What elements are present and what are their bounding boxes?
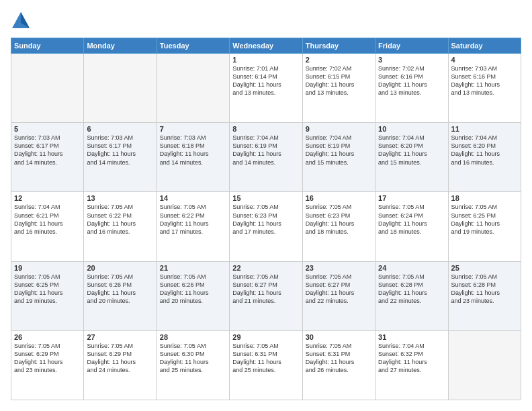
calendar-cell: 11Sunrise: 7:04 AM Sunset: 6:20 PM Dayli… xyxy=(448,123,521,192)
calendar-table: SundayMondayTuesdayWednesdayThursdayFrid… xyxy=(11,38,521,400)
weekday-header: Wednesday xyxy=(230,38,302,54)
day-number: 21 xyxy=(160,264,226,272)
calendar-cell: 2Sunrise: 7:02 AM Sunset: 6:15 PM Daylig… xyxy=(302,54,375,123)
calendar-week-row: 1Sunrise: 7:01 AM Sunset: 6:14 PM Daylig… xyxy=(11,54,521,123)
day-number: 12 xyxy=(14,194,81,202)
calendar-week-row: 5Sunrise: 7:03 AM Sunset: 6:17 PM Daylig… xyxy=(11,123,521,192)
calendar-cell: 13Sunrise: 7:05 AM Sunset: 6:22 PM Dayli… xyxy=(84,192,157,261)
day-info: Sunrise: 7:02 AM Sunset: 6:15 PM Dayligh… xyxy=(306,64,372,97)
day-number: 22 xyxy=(232,264,299,272)
calendar-cell: 3Sunrise: 7:02 AM Sunset: 6:16 PM Daylig… xyxy=(375,54,448,123)
calendar-cell: 1Sunrise: 7:01 AM Sunset: 6:14 PM Daylig… xyxy=(230,54,302,123)
day-info: Sunrise: 7:05 AM Sunset: 6:25 PM Dayligh… xyxy=(14,273,81,306)
day-number: 5 xyxy=(14,125,81,133)
calendar-cell xyxy=(157,54,229,123)
calendar-cell: 4Sunrise: 7:03 AM Sunset: 6:16 PM Daylig… xyxy=(448,54,521,123)
calendar-cell: 6Sunrise: 7:03 AM Sunset: 6:17 PM Daylig… xyxy=(84,123,157,192)
day-info: Sunrise: 7:05 AM Sunset: 6:29 PM Dayligh… xyxy=(87,342,153,375)
day-info: Sunrise: 7:04 AM Sunset: 6:32 PM Dayligh… xyxy=(378,342,445,375)
day-number: 23 xyxy=(306,264,372,272)
calendar-cell: 10Sunrise: 7:04 AM Sunset: 6:20 PM Dayli… xyxy=(375,123,448,192)
day-info: Sunrise: 7:03 AM Sunset: 6:16 PM Dayligh… xyxy=(451,64,518,97)
day-info: Sunrise: 7:05 AM Sunset: 6:27 PM Dayligh… xyxy=(232,273,299,306)
day-info: Sunrise: 7:05 AM Sunset: 6:28 PM Dayligh… xyxy=(378,273,445,306)
day-info: Sunrise: 7:04 AM Sunset: 6:20 PM Dayligh… xyxy=(451,134,518,167)
day-number: 17 xyxy=(378,194,445,202)
weekday-header: Monday xyxy=(84,38,157,54)
calendar-cell: 7Sunrise: 7:03 AM Sunset: 6:18 PM Daylig… xyxy=(157,123,229,192)
weekday-header: Friday xyxy=(375,38,448,54)
day-info: Sunrise: 7:05 AM Sunset: 6:28 PM Dayligh… xyxy=(451,273,518,306)
calendar-week-row: 12Sunrise: 7:04 AM Sunset: 6:21 PM Dayli… xyxy=(11,192,521,261)
day-number: 29 xyxy=(232,333,299,341)
calendar-cell: 22Sunrise: 7:05 AM Sunset: 6:27 PM Dayli… xyxy=(230,261,302,330)
day-info: Sunrise: 7:04 AM Sunset: 6:19 PM Dayligh… xyxy=(232,134,299,167)
day-number: 9 xyxy=(306,125,372,133)
calendar-cell xyxy=(84,54,157,123)
day-number: 15 xyxy=(232,194,299,202)
day-info: Sunrise: 7:05 AM Sunset: 6:26 PM Dayligh… xyxy=(87,273,153,306)
day-number: 4 xyxy=(451,56,518,64)
calendar-cell: 21Sunrise: 7:05 AM Sunset: 6:26 PM Dayli… xyxy=(157,261,229,330)
day-info: Sunrise: 7:05 AM Sunset: 6:22 PM Dayligh… xyxy=(87,203,153,236)
calendar-cell: 25Sunrise: 7:05 AM Sunset: 6:28 PM Dayli… xyxy=(448,261,521,330)
calendar-cell: 26Sunrise: 7:05 AM Sunset: 6:29 PM Dayli… xyxy=(11,330,84,400)
calendar-cell xyxy=(11,54,84,123)
calendar-cell: 8Sunrise: 7:04 AM Sunset: 6:19 PM Daylig… xyxy=(230,123,302,192)
weekday-header: Sunday xyxy=(11,38,84,54)
day-info: Sunrise: 7:04 AM Sunset: 6:19 PM Dayligh… xyxy=(306,134,372,167)
calendar-cell xyxy=(448,330,521,400)
header xyxy=(11,11,521,31)
day-number: 6 xyxy=(87,125,153,133)
day-number: 20 xyxy=(87,264,153,272)
calendar-week-row: 19Sunrise: 7:05 AM Sunset: 6:25 PM Dayli… xyxy=(11,261,521,330)
day-info: Sunrise: 7:05 AM Sunset: 6:25 PM Dayligh… xyxy=(451,203,518,236)
day-number: 24 xyxy=(378,264,445,272)
calendar-cell: 16Sunrise: 7:05 AM Sunset: 6:23 PM Dayli… xyxy=(302,192,375,261)
calendar-week-row: 26Sunrise: 7:05 AM Sunset: 6:29 PM Dayli… xyxy=(11,330,521,400)
day-number: 8 xyxy=(232,125,299,133)
day-info: Sunrise: 7:05 AM Sunset: 6:30 PM Dayligh… xyxy=(160,342,226,375)
day-number: 18 xyxy=(451,194,518,202)
day-info: Sunrise: 7:05 AM Sunset: 6:31 PM Dayligh… xyxy=(232,342,299,375)
calendar-cell: 31Sunrise: 7:04 AM Sunset: 6:32 PM Dayli… xyxy=(375,330,448,400)
day-info: Sunrise: 7:04 AM Sunset: 6:20 PM Dayligh… xyxy=(378,134,445,167)
calendar-cell: 20Sunrise: 7:05 AM Sunset: 6:26 PM Dayli… xyxy=(84,261,157,330)
day-number: 14 xyxy=(160,194,226,202)
calendar-cell: 27Sunrise: 7:05 AM Sunset: 6:29 PM Dayli… xyxy=(84,330,157,400)
day-info: Sunrise: 7:05 AM Sunset: 6:27 PM Dayligh… xyxy=(306,273,372,306)
day-info: Sunrise: 7:05 AM Sunset: 6:22 PM Dayligh… xyxy=(160,203,226,236)
weekday-header: Thursday xyxy=(302,38,375,54)
day-number: 3 xyxy=(378,56,445,64)
calendar-cell: 17Sunrise: 7:05 AM Sunset: 6:24 PM Dayli… xyxy=(375,192,448,261)
calendar-cell: 5Sunrise: 7:03 AM Sunset: 6:17 PM Daylig… xyxy=(11,123,84,192)
weekday-header: Tuesday xyxy=(157,38,229,54)
day-number: 10 xyxy=(378,125,445,133)
day-info: Sunrise: 7:05 AM Sunset: 6:23 PM Dayligh… xyxy=(306,203,372,236)
calendar-cell: 30Sunrise: 7:05 AM Sunset: 6:31 PM Dayli… xyxy=(302,330,375,400)
calendar-cell: 29Sunrise: 7:05 AM Sunset: 6:31 PM Dayli… xyxy=(230,330,302,400)
day-info: Sunrise: 7:03 AM Sunset: 6:17 PM Dayligh… xyxy=(87,134,153,167)
day-number: 16 xyxy=(306,194,372,202)
day-info: Sunrise: 7:02 AM Sunset: 6:16 PM Dayligh… xyxy=(378,64,445,97)
day-info: Sunrise: 7:05 AM Sunset: 6:24 PM Dayligh… xyxy=(378,203,445,236)
day-number: 2 xyxy=(306,56,372,64)
calendar-cell: 14Sunrise: 7:05 AM Sunset: 6:22 PM Dayli… xyxy=(157,192,229,261)
day-number: 31 xyxy=(378,333,445,341)
day-info: Sunrise: 7:05 AM Sunset: 6:31 PM Dayligh… xyxy=(306,342,372,375)
calendar-cell: 12Sunrise: 7:04 AM Sunset: 6:21 PM Dayli… xyxy=(11,192,84,261)
day-number: 19 xyxy=(14,264,81,272)
calendar-cell: 9Sunrise: 7:04 AM Sunset: 6:19 PM Daylig… xyxy=(302,123,375,192)
weekday-header: Saturday xyxy=(448,38,521,54)
day-number: 28 xyxy=(160,333,226,341)
day-number: 7 xyxy=(160,125,226,133)
logo-icon xyxy=(11,11,31,31)
day-number: 27 xyxy=(87,333,153,341)
day-info: Sunrise: 7:04 AM Sunset: 6:21 PM Dayligh… xyxy=(14,203,81,236)
day-info: Sunrise: 7:05 AM Sunset: 6:26 PM Dayligh… xyxy=(160,273,226,306)
calendar-cell: 28Sunrise: 7:05 AM Sunset: 6:30 PM Dayli… xyxy=(157,330,229,400)
day-info: Sunrise: 7:03 AM Sunset: 6:17 PM Dayligh… xyxy=(14,134,81,167)
day-number: 13 xyxy=(87,194,153,202)
day-info: Sunrise: 7:03 AM Sunset: 6:18 PM Dayligh… xyxy=(160,134,226,167)
day-number: 30 xyxy=(306,333,372,341)
